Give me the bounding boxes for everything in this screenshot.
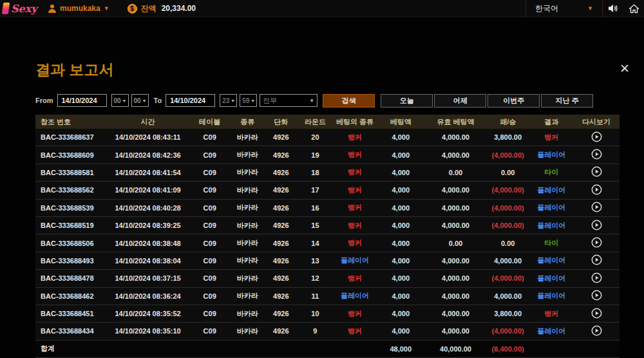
game-type: 바카라 bbox=[230, 274, 265, 283]
replay-button[interactable] bbox=[591, 149, 602, 160]
bet-time: 14/10/2024 08:42:36 bbox=[106, 151, 190, 159]
column-header: 베팅의 종류 bbox=[334, 117, 377, 127]
bet-amount: 4,000 bbox=[377, 133, 425, 141]
column-header: 테이블 bbox=[189, 117, 230, 127]
bet-type: 플레이어 bbox=[334, 256, 377, 265]
language-select[interactable]: 한국어 ▼ bbox=[526, 0, 603, 17]
bet-type: 뱅커 bbox=[334, 133, 377, 142]
game-type: 바카라 bbox=[230, 167, 265, 177]
win-lose-amount: 0.00 bbox=[486, 240, 529, 247]
reference-number: BAC-333688539 bbox=[35, 204, 106, 212]
valid-bet-amount: 4,000.00 bbox=[425, 292, 486, 300]
round-number: 12 bbox=[297, 274, 333, 282]
replay-button[interactable] bbox=[591, 237, 602, 248]
replay-button[interactable] bbox=[591, 308, 602, 319]
search-button[interactable]: 검색 bbox=[323, 94, 375, 108]
user-menu[interactable]: mumukaka ▼ bbox=[48, 4, 109, 13]
replay-button[interactable] bbox=[591, 131, 602, 142]
table-id: C09 bbox=[189, 327, 230, 335]
replay-button[interactable] bbox=[591, 202, 602, 212]
results-report-screen: Sexy mumukaka ▼ $ 잔액 20,334.00 한국어 ▼ bbox=[0, 0, 644, 358]
round-number: 19 bbox=[297, 151, 333, 159]
round-number: 14 bbox=[297, 240, 333, 247]
reference-number: BAC-333688581 bbox=[35, 169, 106, 176]
valid-bet-amount: 4,000.00 bbox=[425, 133, 486, 141]
chevron-down-icon: ▼ bbox=[122, 99, 127, 103]
bet-time: 14/10/2024 08:37:15 bbox=[106, 274, 190, 282]
close-icon[interactable]: ✕ bbox=[620, 62, 630, 75]
play-icon bbox=[591, 237, 602, 248]
result-value: 플레이어 bbox=[529, 203, 573, 212]
game-type: 바카라 bbox=[230, 150, 265, 160]
reference-number: BAC-333688434 bbox=[35, 327, 106, 335]
game-type: 바카라 bbox=[230, 185, 265, 195]
shoe-number: 4926 bbox=[265, 151, 297, 159]
to-hour-select[interactable]: 23 ▼ bbox=[220, 94, 237, 107]
game-type: 바카라 bbox=[230, 291, 265, 301]
total-bet-amount: 48,000 bbox=[377, 345, 425, 353]
round-number: 16 bbox=[297, 204, 333, 212]
column-header: 결과 bbox=[529, 117, 573, 127]
home-button[interactable] bbox=[623, 0, 644, 17]
bet-amount: 4,000 bbox=[377, 151, 425, 159]
from-hour-select[interactable]: 00 ▼ bbox=[111, 94, 129, 107]
result-value: 타이 bbox=[529, 238, 573, 248]
sound-button[interactable] bbox=[603, 0, 623, 17]
replay-cell bbox=[573, 290, 620, 302]
replay-button[interactable] bbox=[591, 184, 602, 195]
game-type: 바카라 bbox=[230, 221, 265, 231]
play-icon bbox=[591, 272, 602, 283]
replay-cell bbox=[573, 272, 620, 285]
brand-logo[interactable]: Sexy bbox=[3, 3, 39, 15]
chevron-down-icon: ▼ bbox=[142, 99, 147, 103]
today-button[interactable]: 오늘 bbox=[381, 94, 433, 108]
valid-bet-amount: 0.00 bbox=[425, 169, 486, 176]
game-type-select[interactable]: 전부 ▼ bbox=[260, 94, 317, 107]
this-week-button[interactable]: 이번주 bbox=[488, 94, 540, 108]
bet-amount: 4,000 bbox=[377, 257, 425, 265]
table-id: C09 bbox=[189, 274, 230, 282]
bet-time: 14/10/2024 08:35:52 bbox=[106, 310, 190, 317]
table-id: C09 bbox=[189, 151, 230, 159]
table-body: BAC-33368863714/10/2024 08:43:11C09바카라49… bbox=[35, 129, 620, 341]
result-value: 뱅커 bbox=[529, 309, 573, 319]
replay-button[interactable] bbox=[591, 290, 602, 301]
round-number: 17 bbox=[297, 186, 333, 194]
filter-bar: From 14/10/2024 00 ▼ 00 ▼ To 14/10/2024 … bbox=[35, 93, 620, 108]
balance-section: $ 잔액 20,334.00 bbox=[128, 3, 196, 14]
play-icon bbox=[591, 166, 602, 177]
bet-type: 뱅커 bbox=[334, 167, 377, 177]
column-header: 유효 베팅액 bbox=[425, 117, 486, 127]
replay-button[interactable] bbox=[591, 254, 602, 265]
bet-type: 뱅커 bbox=[334, 309, 377, 319]
chevron-down-icon: ▼ bbox=[587, 5, 593, 12]
to-date-input[interactable]: 14/10/2024 bbox=[166, 94, 215, 107]
replay-button[interactable] bbox=[591, 272, 602, 283]
valid-bet-amount: 0.00 bbox=[425, 240, 486, 247]
from-minute-select[interactable]: 00 ▼ bbox=[131, 94, 149, 107]
to-minute-select[interactable]: 59 ▼ bbox=[240, 94, 257, 107]
replay-button[interactable] bbox=[591, 166, 602, 177]
balance-label: 잔액 bbox=[141, 3, 156, 14]
yesterday-button[interactable]: 어제 bbox=[434, 94, 486, 108]
last-week-button[interactable]: 지난 주 bbox=[541, 94, 593, 108]
reference-number: BAC-333688462 bbox=[35, 292, 106, 300]
replay-cell bbox=[573, 166, 620, 178]
from-minute-value: 00 bbox=[134, 97, 141, 104]
table-row: BAC-33368860914/10/2024 08:42:36C09바카라49… bbox=[35, 146, 620, 164]
replay-button[interactable] bbox=[591, 325, 602, 336]
total-label: 합계 bbox=[35, 344, 106, 353]
from-label: From bbox=[35, 97, 53, 104]
result-value: 플레이어 bbox=[529, 221, 573, 231]
bet-time: 14/10/2024 08:38:04 bbox=[106, 257, 190, 265]
bet-time: 14/10/2024 08:40:28 bbox=[106, 204, 190, 212]
from-date-input[interactable]: 14/10/2024 bbox=[57, 94, 107, 107]
column-header: 베팅액 bbox=[377, 117, 425, 127]
shoe-number: 4926 bbox=[265, 186, 297, 194]
from-hour-value: 00 bbox=[114, 97, 121, 104]
replay-button[interactable] bbox=[591, 220, 602, 231]
game-type: 바카라 bbox=[230, 256, 265, 265]
table-id: C09 bbox=[189, 310, 230, 317]
table-id: C09 bbox=[189, 169, 230, 176]
bet-type: 뱅커 bbox=[334, 221, 377, 231]
